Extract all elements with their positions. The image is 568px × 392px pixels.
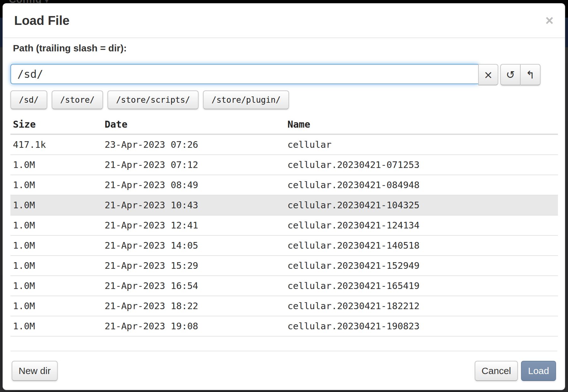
- load-button[interactable]: Load: [521, 361, 556, 381]
- load-file-dialog: Load File × Path (trailing slash = dir):…: [3, 3, 565, 390]
- table-column-header: Name: [285, 116, 558, 134]
- table-cell[interactable]: cellular.20230421-165419: [285, 276, 558, 296]
- table-row[interactable]: 1.0M21-Apr-2023 15:29cellular.20230421-1…: [10, 256, 558, 276]
- dialog-body: Path (trailing slash = dir): × ↺ ↰ /sd//…: [3, 38, 565, 351]
- path-input-row: × ↺ ↰: [10, 64, 557, 85]
- table-cell[interactable]: cellular.20230421-084948: [285, 175, 558, 195]
- clear-icon: ×: [484, 69, 493, 80]
- table-cell[interactable]: 21-Apr-2023 19:08: [102, 316, 285, 336]
- table-cell[interactable]: 21-Apr-2023 08:49: [102, 175, 285, 195]
- table-cell[interactable]: 21-Apr-2023 18:22: [102, 296, 285, 316]
- table-cell[interactable]: 1.0M: [10, 296, 102, 316]
- path-shortcut-button[interactable]: /store/scripts/: [107, 90, 199, 109]
- table-row[interactable]: 1.0M21-Apr-2023 14:05cellular.20230421-1…: [10, 235, 558, 256]
- file-table: SizeDateName 417.1k23-Apr-2023 07:26cell…: [10, 116, 558, 337]
- dialog-header: Load File ×: [3, 3, 565, 38]
- table-cell[interactable]: 21-Apr-2023 15:29: [102, 256, 285, 276]
- path-shortcut-button[interactable]: /store/plugin/: [203, 90, 289, 109]
- table-cell[interactable]: 1.0M: [10, 276, 102, 296]
- table-row[interactable]: 1.0M21-Apr-2023 18:22cellular.20230421-1…: [10, 296, 558, 316]
- up-dir-icon: ↰: [526, 69, 535, 80]
- path-tools-group: ↺ ↰: [500, 64, 541, 85]
- table-cell[interactable]: 1.0M: [10, 316, 102, 336]
- close-icon[interactable]: ×: [543, 14, 555, 27]
- path-shortcuts: /sd//store//store/scripts//store/plugin/: [10, 90, 557, 109]
- table-row[interactable]: 417.1k23-Apr-2023 07:26cellular: [10, 134, 558, 155]
- table-cell[interactable]: cellular.20230421-124134: [285, 215, 558, 235]
- table-cell[interactable]: cellular.20230421-152949: [285, 256, 558, 276]
- table-header-row: SizeDateName: [10, 116, 558, 134]
- table-column-header: Date: [102, 116, 285, 134]
- clear-path-button[interactable]: ×: [478, 64, 498, 85]
- table-cell[interactable]: 23-Apr-2023 07:26: [102, 134, 285, 155]
- reload-button[interactable]: ↺: [500, 64, 520, 85]
- table-cell[interactable]: cellular.20230421-190823: [285, 316, 558, 336]
- dialog-footer: New dir Cancel Load: [10, 351, 557, 390]
- table-cell[interactable]: 1.0M: [10, 175, 102, 195]
- table-row[interactable]: 1.0M21-Apr-2023 10:43cellular.20230421-1…: [10, 195, 558, 215]
- table-cell[interactable]: cellular.20230421-104325: [285, 195, 558, 215]
- path-shortcut-button[interactable]: /sd/: [10, 90, 47, 109]
- new-dir-button[interactable]: New dir: [12, 361, 58, 381]
- table-cell[interactable]: 1.0M: [10, 155, 102, 175]
- table-cell[interactable]: cellular.20230421-140518: [285, 235, 558, 256]
- table-cell[interactable]: 1.0M: [10, 215, 102, 235]
- path-input[interactable]: [10, 64, 478, 84]
- table-cell[interactable]: 21-Apr-2023 16:54: [102, 276, 285, 296]
- table-cell[interactable]: cellular: [285, 134, 558, 155]
- parent-dir-button[interactable]: ↰: [520, 64, 541, 85]
- table-cell[interactable]: 1.0M: [10, 195, 102, 215]
- table-row[interactable]: 1.0M21-Apr-2023 12:41cellular.20230421-1…: [10, 215, 558, 235]
- table-cell[interactable]: 1.0M: [10, 256, 102, 276]
- table-cell[interactable]: 1.0M: [10, 235, 102, 256]
- table-cell[interactable]: 21-Apr-2023 14:05: [102, 235, 285, 256]
- cancel-button[interactable]: Cancel: [475, 361, 518, 381]
- reload-icon: ↺: [506, 69, 515, 80]
- table-row[interactable]: 1.0M21-Apr-2023 08:49cellular.20230421-0…: [10, 175, 558, 195]
- table-row[interactable]: 1.0M21-Apr-2023 07:12cellular.20230421-0…: [10, 155, 558, 175]
- table-cell[interactable]: cellular.20230421-071253: [285, 155, 558, 175]
- dialog-title: Load File: [14, 14, 70, 28]
- table-column-header: Size: [10, 116, 102, 134]
- table-cell[interactable]: cellular.20230421-182212: [285, 296, 558, 316]
- table-row[interactable]: 1.0M21-Apr-2023 16:54cellular.20230421-1…: [10, 276, 558, 296]
- table-cell[interactable]: 21-Apr-2023 12:41: [102, 215, 285, 235]
- table-cell[interactable]: 417.1k: [10, 134, 102, 155]
- table-row[interactable]: 1.0M21-Apr-2023 19:08cellular.20230421-1…: [10, 316, 558, 336]
- path-label: Path (trailing slash = dir):: [13, 42, 557, 55]
- table-cell[interactable]: 21-Apr-2023 07:12: [102, 155, 285, 175]
- table-cell[interactable]: 21-Apr-2023 10:43: [102, 195, 285, 215]
- path-shortcut-button[interactable]: /store/: [52, 90, 103, 109]
